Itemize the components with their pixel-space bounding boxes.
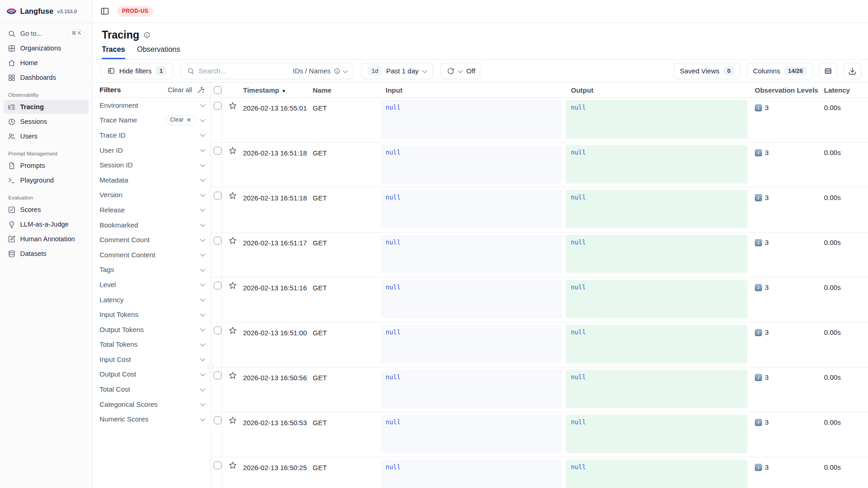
sidebar-item-human-annotation[interactable]: Human Annotation [4, 232, 88, 246]
bookmark-star-icon[interactable] [228, 101, 237, 110]
hide-filters-button[interactable]: Hide filters 1 [101, 63, 173, 79]
filter-item-numeric-scores[interactable]: Numeric Scores [93, 411, 210, 427]
filter-item-release[interactable]: Release [93, 202, 210, 217]
input-cell[interactable]: null [381, 370, 562, 408]
bookmark-star-icon[interactable] [228, 236, 237, 245]
wand-icon[interactable] [197, 86, 205, 94]
filter-item-metadata[interactable]: Metadata [93, 172, 210, 188]
row-checkbox[interactable] [214, 237, 221, 244]
clear-filter-pill[interactable]: Clear✕ [166, 115, 196, 125]
filter-item-total-cost[interactable]: Total Cost [93, 382, 210, 397]
filter-item-output-cost[interactable]: Output Cost [93, 367, 210, 382]
output-cell[interactable]: null [566, 190, 747, 228]
search-scope-dropdown[interactable]: IDs / Names [293, 67, 348, 75]
filter-item-session-id[interactable]: Session ID [93, 157, 210, 172]
sidebar-item-datasets[interactable]: Datasets [4, 247, 88, 261]
filter-item-environment[interactable]: Environment [93, 98, 210, 113]
filter-item-version[interactable]: Version [93, 188, 210, 203]
filter-item-latency[interactable]: Latency [93, 292, 210, 307]
panel-resize-handle[interactable]: ⋮ [208, 361, 213, 372]
filter-item-trace-id[interactable]: Trace ID [93, 128, 210, 143]
time-range-dropdown[interactable]: 1d Past 1 day [361, 63, 433, 79]
bookmark-star-icon[interactable] [228, 146, 237, 155]
sidebar-item-playground[interactable]: Playground [4, 173, 88, 187]
info-icon[interactable] [144, 32, 150, 39]
row-checkbox[interactable] [214, 372, 221, 379]
clear-all-filters-link[interactable]: Clear all [168, 86, 192, 94]
input-cell[interactable]: null [381, 280, 562, 318]
column-header-timestamp[interactable]: Timestamp▼ [243, 86, 313, 94]
filter-item-level[interactable]: Level [93, 277, 210, 292]
sidebar-item-scores[interactable]: Scores [4, 203, 88, 216]
output-cell[interactable]: null [566, 235, 747, 273]
table-row[interactable]: 2026-02-13 16:51:00 GET null null i3 0.0… [211, 322, 868, 367]
column-header-name[interactable]: Name [313, 86, 381, 94]
sidebar-goto-search[interactable]: Go to... ⌘ K [4, 27, 88, 40]
output-cell[interactable]: null [566, 280, 747, 318]
row-checkbox[interactable] [214, 192, 221, 200]
tab-observations[interactable]: Observations [137, 45, 180, 59]
bookmark-star-icon[interactable] [228, 191, 237, 200]
filter-item-output-tokens[interactable]: Output Tokens [93, 322, 210, 337]
filter-item-bookmarked[interactable]: Bookmarked [93, 217, 210, 233]
input-cell[interactable]: null [381, 100, 562, 139]
bookmark-star-icon[interactable] [228, 281, 237, 290]
filter-item-input-cost[interactable]: Input Cost [93, 352, 210, 367]
output-cell[interactable]: null [566, 415, 747, 453]
table-row[interactable]: 2026-02-13 16:50:53 GET null null i3 0.0… [211, 412, 868, 457]
row-checkbox[interactable] [214, 327, 221, 334]
filter-item-comment-count[interactable]: Comment Count [93, 232, 210, 247]
panel-left-toggle-icon[interactable] [100, 6, 110, 16]
table-row[interactable]: 2026-02-13 16:51:17 GET null null i3 0.0… [211, 233, 868, 277]
environment-badge[interactable]: PROD-US [117, 6, 153, 17]
columns-button[interactable]: Columns 14/26 [746, 63, 813, 79]
input-cell[interactable]: null [381, 235, 562, 273]
output-cell[interactable]: null [566, 460, 747, 488]
sidebar-item-organizations[interactable]: Organizations [4, 41, 88, 55]
search-input[interactable]: Search... IDs / Names [181, 63, 354, 79]
input-cell[interactable]: null [381, 460, 562, 488]
filter-item-categorical-scores[interactable]: Categorical Scores [93, 397, 210, 412]
sidebar-item-home[interactable]: Home [4, 56, 88, 70]
table-row[interactable]: 2026-02-13 16:51:16 GET null null i3 0.0… [211, 277, 868, 322]
output-cell[interactable]: null [566, 370, 747, 408]
output-cell[interactable]: null [566, 145, 747, 183]
table-row[interactable]: 2026-02-13 16:50:56 GET null null i3 0.0… [211, 367, 868, 412]
sidebar-item-users[interactable]: Users [4, 129, 88, 143]
filter-item-tags[interactable]: Tags [93, 262, 210, 277]
select-all-checkbox[interactable] [214, 86, 221, 94]
sidebar-item-dashboards[interactable]: Dashboards [4, 71, 88, 84]
table-row[interactable]: 2026-02-13 16:51:18 GET null null i3 0.0… [211, 143, 868, 188]
refresh-icon[interactable] [447, 67, 454, 75]
bookmark-star-icon[interactable] [228, 461, 237, 470]
filter-item-input-tokens[interactable]: Input Tokens [93, 307, 210, 322]
row-checkbox[interactable] [214, 147, 221, 155]
bookmark-star-icon[interactable] [228, 416, 237, 425]
sidebar-item-llm-as-a-judge[interactable]: LLM-as-a-Judge [4, 217, 88, 231]
sidebar-item-tracing[interactable]: Tracing [4, 100, 88, 114]
column-header-latency[interactable]: Latency [820, 86, 866, 94]
table-row[interactable]: 2026-02-13 16:50:25 GET null null i3 0.0… [211, 457, 868, 488]
filter-item-total-tokens[interactable]: Total Tokens [93, 337, 210, 352]
sidebar-item-prompts[interactable]: Prompts [4, 159, 88, 172]
filter-item-comment-content[interactable]: Comment Content [93, 247, 210, 262]
column-header-observation-levels[interactable]: Observation Levels [751, 86, 820, 94]
output-cell[interactable]: null [566, 100, 747, 139]
export-download-button[interactable] [843, 63, 862, 79]
filter-item-user-id[interactable]: User ID [93, 143, 210, 158]
column-header-output[interactable]: Output [566, 86, 751, 94]
bookmark-star-icon[interactable] [228, 371, 237, 380]
row-checkbox[interactable] [214, 461, 221, 469]
row-checkbox[interactable] [214, 282, 221, 289]
tab-traces[interactable]: Traces [102, 45, 125, 59]
refresh-control[interactable]: Off [441, 63, 482, 79]
saved-views-button[interactable]: Saved Views 0 [674, 63, 741, 79]
column-header-input[interactable]: Input [381, 86, 566, 94]
filter-item-trace-name[interactable]: Trace Name Clear✕ [93, 113, 210, 128]
sidebar-item-sessions[interactable]: Sessions [4, 115, 88, 128]
input-cell[interactable]: null [381, 415, 562, 453]
row-checkbox[interactable] [214, 102, 221, 110]
output-cell[interactable]: null [566, 325, 747, 363]
bookmark-star-icon[interactable] [228, 326, 237, 335]
row-checkbox[interactable] [214, 416, 221, 424]
